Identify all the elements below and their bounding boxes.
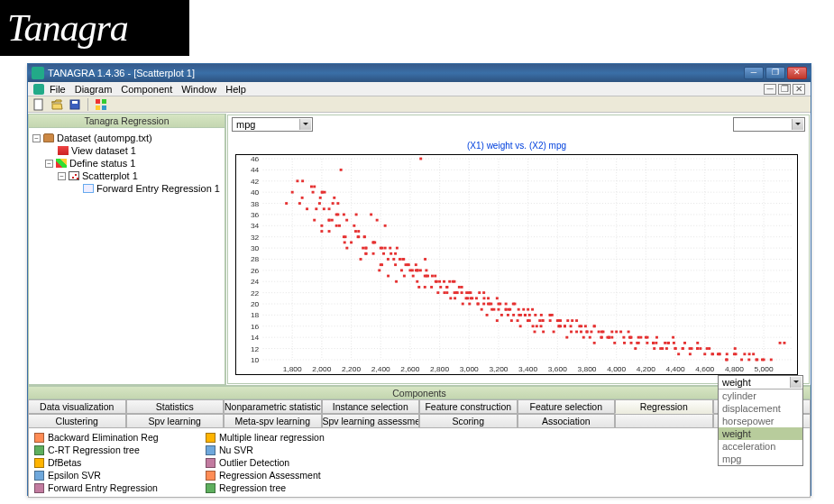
svg-rect-357: [600, 331, 603, 334]
x-axis-dropdown-list[interactable]: weight cylinderdisplacementhorsepowerwei…: [718, 375, 803, 466]
save-icon[interactable]: [68, 97, 82, 112]
minimize-button[interactable]: ─: [744, 67, 764, 79]
mdi-close-button[interactable]: ✕: [793, 84, 805, 95]
component-tab[interactable]: Meta-spv learning: [224, 414, 322, 428]
svg-rect-248: [508, 308, 510, 311]
tree-node[interactable]: View dataset 1: [32, 144, 221, 157]
app-window: TANAGRA 1.4.36 - [Scatterplot 1] ─ ❐ ✕ F…: [27, 63, 811, 496]
svg-rect-295: [619, 331, 622, 334]
component-tab[interactable]: Scoring: [419, 414, 518, 428]
component-item[interactable]: Backward Elimination Reg: [34, 431, 197, 444]
svg-rect-175: [598, 331, 600, 334]
svg-rect-333: [424, 275, 426, 278]
dropdown-option[interactable]: horsepower: [719, 415, 802, 427]
mdi-minimize-button[interactable]: ─: [764, 84, 776, 95]
component-tab[interactable]: Clustering: [28, 414, 126, 428]
component-label: Outlier Detection: [219, 457, 289, 468]
svg-rect-345: [512, 303, 515, 306]
tree-node[interactable]: Forward Entry Regression 1: [32, 182, 221, 195]
svg-rect-303: [691, 347, 693, 350]
svg-rect-267: [372, 241, 375, 243]
y-axis-select[interactable]: mpg: [232, 117, 313, 132]
new-icon[interactable]: [32, 97, 46, 112]
dropdown-option[interactable]: weight: [719, 427, 802, 440]
dropdown-option[interactable]: displacement: [719, 402, 802, 415]
menu-component[interactable]: Component: [121, 84, 172, 95]
tree-toggle-icon[interactable]: −: [58, 172, 66, 180]
menubar-app-icon: [33, 84, 44, 95]
menu-window[interactable]: Window: [181, 84, 216, 95]
dropdown-option[interactable]: cylinder: [719, 389, 802, 402]
svg-rect-158: [532, 325, 535, 327]
svg-rect-370: [696, 347, 699, 350]
menu-help[interactable]: Help: [225, 84, 246, 95]
svg-text:3,400: 3,400: [518, 365, 538, 373]
component-tab[interactable]: Data visualization: [28, 399, 126, 414]
chart-area[interactable]: 1,8002,0002,2002,4002,6002,8003,0003,200…: [235, 154, 798, 375]
component-item[interactable]: Outlier Detection: [206, 456, 386, 469]
open-icon[interactable]: [50, 97, 64, 112]
component-tab[interactable]: Nonparametric statistics: [224, 399, 322, 414]
svg-rect-130: [454, 297, 456, 299]
tree-toggle-icon[interactable]: −: [32, 134, 41, 142]
menu-diagram[interactable]: Diagram: [75, 84, 113, 95]
component-label: C-RT Regression tree: [48, 444, 140, 455]
sidebar-title: Tanagra Regression: [28, 114, 225, 128]
svg-rect-209: [362, 247, 364, 250]
menu-file[interactable]: File: [50, 84, 66, 95]
component-tab[interactable]: Instance selection: [322, 399, 420, 414]
component-item[interactable]: Forward Entry Regression: [34, 481, 197, 494]
component-item[interactable]: Multiple linear regression: [206, 431, 386, 444]
svg-text:28: 28: [251, 256, 260, 264]
component-tab[interactable]: Regression: [615, 399, 713, 414]
component-item[interactable]: Epsilon SVR: [34, 469, 197, 481]
component-item[interactable]: Regression tree: [206, 481, 386, 494]
svg-rect-106: [387, 275, 390, 278]
dropdown-option[interactable]: mpg: [719, 453, 802, 465]
svg-rect-148: [507, 314, 509, 316]
tree-node[interactable]: −Scatterplot 1: [32, 170, 221, 182]
svg-rect-205: [313, 186, 316, 188]
svg-rect-169: [570, 331, 573, 334]
svg-rect-230: [321, 191, 324, 194]
svg-rect-359: [615, 331, 618, 334]
svg-rect-95: [331, 219, 334, 222]
component-item[interactable]: DfBetas: [34, 456, 197, 469]
svg-text:26: 26: [251, 267, 260, 275]
tree-node[interactable]: −Define status 1: [32, 157, 221, 170]
svg-rect-173: [589, 336, 591, 339]
component-item[interactable]: Nu SVR: [206, 444, 386, 456]
component-item[interactable]: C-RT Regression tree: [34, 444, 197, 456]
dropdown-option[interactable]: acceleration: [719, 440, 802, 453]
svg-rect-141: [486, 314, 489, 316]
maximize-button[interactable]: ❐: [765, 67, 785, 79]
svg-rect-329: [394, 263, 397, 266]
component-tab[interactable]: Statistics: [126, 399, 225, 414]
component-tab[interactable]: Spv learning assessment: [322, 414, 420, 428]
svg-rect-277: [461, 286, 463, 289]
close-button[interactable]: ✕: [787, 67, 807, 79]
component-tab[interactable]: Association: [518, 414, 616, 428]
svg-rect-212: [364, 252, 367, 255]
svg-rect-313: [779, 342, 782, 344]
svg-rect-348: [534, 314, 536, 316]
component-tab[interactable]: Spv learning: [126, 414, 225, 428]
x-axis-select[interactable]: [733, 117, 805, 132]
svg-rect-119: [419, 269, 422, 271]
svg-rect-189: [665, 347, 668, 350]
svg-rect-243: [456, 291, 459, 294]
mdi-restore-button[interactable]: ❐: [778, 84, 791, 95]
svg-rect-361: [630, 336, 633, 339]
svg-rect-289: [566, 319, 569, 322]
svg-rect-139: [481, 308, 483, 311]
define-status-icon[interactable]: [94, 97, 108, 112]
svg-rect-354: [578, 325, 581, 327]
tree-toggle-icon[interactable]: −: [45, 160, 53, 168]
component-tab: [615, 414, 713, 428]
svg-text:18: 18: [251, 312, 260, 320]
component-tab[interactable]: Feature construction: [419, 399, 518, 414]
component-item[interactable]: Regression Assessment: [206, 469, 386, 481]
component-tab[interactable]: Feature selection: [518, 399, 616, 414]
svg-rect-241: [435, 280, 438, 283]
tree-node[interactable]: −Dataset (autompg.txt): [32, 132, 221, 144]
